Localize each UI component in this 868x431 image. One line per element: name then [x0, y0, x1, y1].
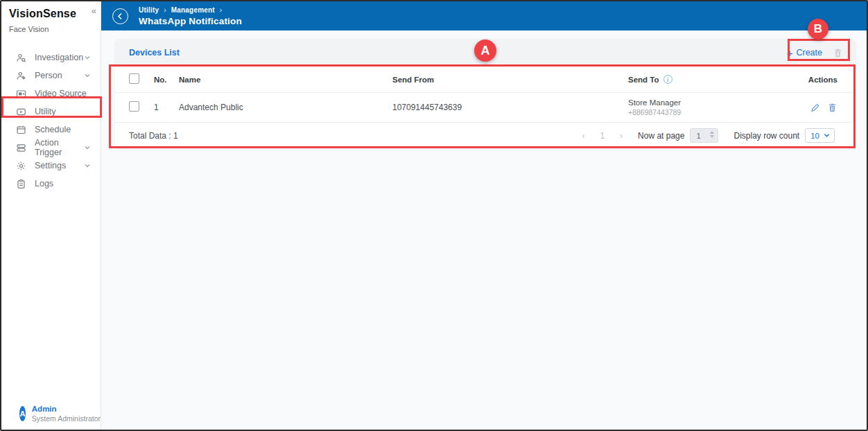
chevron-down-icon — [84, 144, 91, 151]
logo-block: VisionSense « Face Vision — [1, 1, 101, 33]
sidebar-collapse-button[interactable]: « — [92, 6, 96, 15]
main-area: Utility › Management › WhatsApp Notifica… — [101, 1, 867, 430]
column-header-send-to: Send To — [628, 76, 659, 84]
total-data-label: Total Data : 1 — [129, 131, 178, 141]
prev-page-button[interactable]: ‹ — [582, 131, 584, 141]
plus-icon: + — [787, 48, 793, 58]
sidebar: VisionSense « Face Vision Investigation … — [1, 1, 101, 430]
breadcrumb-separator: › — [220, 6, 223, 14]
table-footer: Total Data : 1 ‹ 1 › Now at page 1 Displ… — [115, 123, 856, 148]
breadcrumb: Utility › Management › — [139, 6, 242, 14]
sidebar-item-investigation[interactable]: Investigation — [1, 49, 101, 67]
app-logo: VisionSense — [9, 8, 101, 20]
cell-name: Advantech Public — [179, 103, 392, 112]
sidebar-item-label: Video Source — [35, 89, 101, 98]
utility-icon — [16, 107, 26, 117]
logs-icon — [16, 179, 26, 189]
breadcrumb-separator: › — [164, 6, 166, 14]
bulk-delete-icon[interactable] — [833, 48, 843, 58]
gear-icon — [16, 161, 26, 171]
display-row-count-label: Display row count — [734, 131, 799, 141]
row-checkbox[interactable] — [129, 101, 139, 112]
sidebar-item-settings[interactable]: Settings — [1, 157, 101, 175]
edit-icon[interactable] — [810, 103, 820, 113]
trigger-icon — [16, 143, 26, 153]
cell-send-from: 107091445743639 — [392, 103, 628, 112]
sidebar-item-label: Settings — [35, 161, 84, 170]
info-icon[interactable]: i — [663, 75, 672, 84]
panel-header: Devices List + Create — [115, 39, 856, 67]
user-profile[interactable]: A Admin System Administrator — [1, 405, 101, 423]
app-window: VisionSense « Face Vision Investigation … — [0, 0, 868, 431]
delete-icon[interactable] — [827, 103, 837, 113]
chevron-down-icon — [84, 72, 91, 79]
page-header: Utility › Management › WhatsApp Notifica… — [101, 1, 867, 30]
sidebar-item-action-trigger[interactable]: Action Trigger — [1, 139, 101, 157]
column-header-name: Name — [179, 76, 392, 84]
sidebar-item-label: Schedule — [35, 125, 101, 134]
chevron-down-icon — [84, 54, 91, 61]
avatar: A — [19, 406, 26, 421]
content-area: Devices List + Create No. Name — [101, 30, 867, 430]
table-row: 1 Advantech Public 107091445743639 Store… — [115, 93, 856, 123]
app-subtitle: Face Vision — [9, 25, 101, 33]
chevron-down-icon — [824, 132, 830, 139]
sidebar-item-utility[interactable]: Utility — [1, 103, 101, 121]
spinner-icon — [710, 131, 714, 138]
cell-no: 1 — [154, 103, 179, 112]
row-count-value: 10 — [810, 132, 819, 140]
sidebar-item-logs[interactable]: Logs — [1, 175, 101, 193]
select-all-checkbox[interactable] — [129, 73, 139, 84]
next-page-button[interactable]: › — [620, 131, 623, 141]
now-at-page-label: Now at page — [638, 131, 684, 141]
user-name: Admin — [32, 405, 101, 413]
sidebar-item-label: Investigation — [35, 53, 84, 62]
column-header-send-from: Send From — [392, 76, 628, 84]
page-title: WhatsApp Notification — [139, 16, 242, 26]
table-header-row: No. Name Send From Send To i Actions — [115, 67, 856, 93]
user-role: System Administrator — [32, 414, 101, 423]
sidebar-item-label: Utility — [35, 107, 101, 116]
sidebar-item-video-source[interactable]: Video Source — [1, 85, 101, 103]
create-button-label: Create — [796, 48, 822, 58]
column-header-actions: Actions — [772, 76, 856, 84]
person-search-icon — [16, 53, 26, 63]
sidebar-item-label: Action Trigger — [35, 138, 84, 157]
calendar-icon — [16, 125, 26, 135]
sidebar-item-person[interactable]: Person — [1, 67, 101, 85]
pagination-controls: ‹ 1 › Now at page 1 Display row count 10 — [582, 128, 835, 143]
page-number-value: 1 — [696, 132, 700, 140]
page-number-input[interactable]: 1 — [690, 128, 718, 143]
video-icon — [16, 89, 26, 99]
sidebar-item-label: Logs — [35, 179, 101, 188]
cell-send-to-phone: +886987443789 — [628, 108, 681, 116]
column-header-no: No. — [154, 76, 179, 84]
panel-actions: + Create — [787, 48, 843, 58]
cell-send-to-name: Store Manager — [628, 98, 681, 107]
row-count-select[interactable]: 10 — [805, 128, 835, 143]
page-number[interactable]: 1 — [600, 131, 605, 141]
chevron-down-icon — [84, 162, 91, 169]
person-icon — [16, 71, 26, 81]
create-button[interactable]: + Create — [787, 48, 822, 58]
back-button[interactable] — [112, 8, 128, 24]
sidebar-item-label: Person — [35, 71, 84, 80]
sidebar-nav: Investigation Person Video Source — [1, 49, 101, 193]
sidebar-item-schedule[interactable]: Schedule — [1, 121, 101, 139]
breadcrumb-item[interactable]: Utility — [139, 6, 159, 14]
panel-title: Devices List — [129, 48, 180, 58]
breadcrumb-item[interactable]: Management — [171, 6, 215, 14]
devices-panel: Devices List + Create No. Name — [115, 39, 856, 148]
